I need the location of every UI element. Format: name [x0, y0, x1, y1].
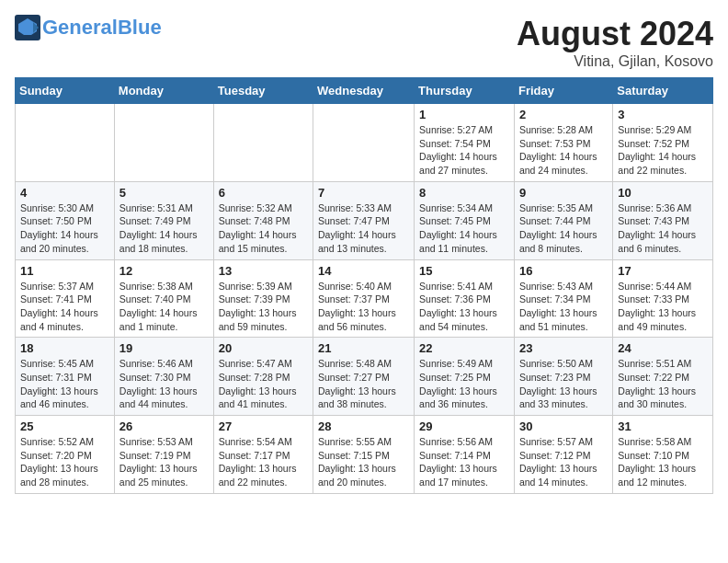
day-number: 28 — [318, 419, 409, 433]
day-number: 25 — [20, 419, 109, 433]
logo-general: General — [42, 16, 118, 39]
day-info: Sunrise: 5:33 AM Sunset: 7:47 PM Dayligh… — [318, 201, 409, 256]
calendar-row: 18Sunrise: 5:45 AM Sunset: 7:31 PM Dayli… — [16, 338, 713, 416]
table-row: 30Sunrise: 5:57 AM Sunset: 7:12 PM Dayli… — [514, 416, 612, 494]
title-block: August 2024 Vitina, Gjilan, Kosovo — [517, 15, 713, 70]
calendar-row: 25Sunrise: 5:52 AM Sunset: 7:20 PM Dayli… — [16, 416, 713, 494]
table-row: 18Sunrise: 5:45 AM Sunset: 7:31 PM Dayli… — [16, 338, 115, 416]
table-row: 11Sunrise: 5:37 AM Sunset: 7:41 PM Dayli… — [16, 259, 115, 338]
day-number: 8 — [419, 186, 509, 200]
day-info: Sunrise: 5:58 AM Sunset: 7:10 PM Dayligh… — [618, 435, 708, 489]
weekday-row: SundayMondayTuesdayWednesdayThursdayFrid… — [16, 78, 713, 104]
day-number: 29 — [419, 419, 509, 433]
day-info: Sunrise: 5:44 AM Sunset: 7:33 PM Dayligh… — [618, 280, 708, 334]
calendar-table: SundayMondayTuesdayWednesdayThursdayFrid… — [15, 77, 713, 494]
day-info: Sunrise: 5:51 AM Sunset: 7:22 PM Dayligh… — [618, 357, 708, 411]
table-row: 29Sunrise: 5:56 AM Sunset: 7:14 PM Dayli… — [415, 416, 515, 494]
day-info: Sunrise: 5:53 AM Sunset: 7:19 PM Dayligh… — [119, 435, 209, 489]
day-number: 12 — [119, 264, 209, 278]
day-info: Sunrise: 5:55 AM Sunset: 7:15 PM Dayligh… — [318, 435, 409, 489]
day-number: 14 — [318, 264, 409, 278]
table-row: 10Sunrise: 5:36 AM Sunset: 7:43 PM Dayli… — [613, 181, 713, 259]
table-row: 31Sunrise: 5:58 AM Sunset: 7:10 PM Dayli… — [613, 416, 713, 494]
table-row — [313, 104, 415, 182]
day-number: 2 — [519, 108, 608, 121]
day-info: Sunrise: 5:48 AM Sunset: 7:27 PM Dayligh… — [318, 357, 409, 411]
day-info: Sunrise: 5:32 AM Sunset: 7:48 PM Dayligh… — [219, 201, 308, 256]
day-info: Sunrise: 5:37 AM Sunset: 7:41 PM Dayligh… — [20, 280, 109, 334]
logo-text: GeneralBlue — [42, 17, 162, 38]
day-info: Sunrise: 5:28 AM Sunset: 7:53 PM Dayligh… — [519, 123, 608, 178]
day-number: 19 — [119, 341, 209, 355]
table-row: 24Sunrise: 5:51 AM Sunset: 7:22 PM Dayli… — [613, 338, 713, 416]
weekday-header: Saturday — [613, 78, 713, 104]
weekday-header: Monday — [114, 78, 213, 104]
day-info: Sunrise: 5:43 AM Sunset: 7:34 PM Dayligh… — [519, 280, 608, 334]
day-info: Sunrise: 5:54 AM Sunset: 7:17 PM Dayligh… — [219, 435, 308, 489]
day-number: 15 — [419, 264, 509, 278]
day-number: 16 — [519, 264, 608, 278]
day-info: Sunrise: 5:31 AM Sunset: 7:49 PM Dayligh… — [119, 201, 209, 256]
table-row: 16Sunrise: 5:43 AM Sunset: 7:34 PM Dayli… — [514, 259, 612, 338]
day-number: 20 — [219, 341, 308, 355]
day-number: 5 — [119, 186, 209, 200]
table-row: 1Sunrise: 5:27 AM Sunset: 7:54 PM Daylig… — [415, 104, 515, 182]
day-number: 4 — [20, 186, 109, 200]
day-number: 22 — [419, 341, 509, 355]
table-row: 4Sunrise: 5:30 AM Sunset: 7:50 PM Daylig… — [16, 181, 115, 259]
day-number: 7 — [318, 186, 409, 200]
table-row: 12Sunrise: 5:38 AM Sunset: 7:40 PM Dayli… — [114, 259, 213, 338]
month-year: August 2024 — [517, 15, 713, 53]
weekday-header: Friday — [514, 78, 612, 104]
table-row: 13Sunrise: 5:39 AM Sunset: 7:39 PM Dayli… — [213, 259, 313, 338]
weekday-header: Thursday — [415, 78, 515, 104]
table-row: 15Sunrise: 5:41 AM Sunset: 7:36 PM Dayli… — [415, 259, 515, 338]
table-row: 2Sunrise: 5:28 AM Sunset: 7:53 PM Daylig… — [514, 104, 612, 182]
day-number: 18 — [20, 341, 109, 355]
day-number: 17 — [618, 264, 708, 278]
table-row — [114, 104, 213, 182]
table-row: 27Sunrise: 5:54 AM Sunset: 7:17 PM Dayli… — [213, 416, 313, 494]
day-number: 21 — [318, 341, 409, 355]
table-row: 5Sunrise: 5:31 AM Sunset: 7:49 PM Daylig… — [114, 181, 213, 259]
day-number: 3 — [618, 108, 708, 121]
page-header: GeneralBlue August 2024 Vitina, Gjilan, … — [15, 15, 713, 70]
table-row: 21Sunrise: 5:48 AM Sunset: 7:27 PM Dayli… — [313, 338, 415, 416]
table-row: 6Sunrise: 5:32 AM Sunset: 7:48 PM Daylig… — [213, 181, 313, 259]
day-info: Sunrise: 5:40 AM Sunset: 7:37 PM Dayligh… — [318, 280, 409, 334]
day-info: Sunrise: 5:47 AM Sunset: 7:28 PM Dayligh… — [219, 357, 308, 411]
day-number: 23 — [519, 341, 608, 355]
day-info: Sunrise: 5:38 AM Sunset: 7:40 PM Dayligh… — [119, 280, 209, 334]
table-row: 25Sunrise: 5:52 AM Sunset: 7:20 PM Dayli… — [16, 416, 115, 494]
day-number: 1 — [419, 108, 509, 121]
day-info: Sunrise: 5:45 AM Sunset: 7:31 PM Dayligh… — [20, 357, 109, 411]
day-info: Sunrise: 5:30 AM Sunset: 7:50 PM Dayligh… — [20, 201, 109, 256]
day-number: 26 — [119, 419, 209, 433]
table-row: 17Sunrise: 5:44 AM Sunset: 7:33 PM Dayli… — [613, 259, 713, 338]
day-number: 31 — [618, 419, 708, 433]
table-row: 28Sunrise: 5:55 AM Sunset: 7:15 PM Dayli… — [313, 416, 415, 494]
calendar-row: 4Sunrise: 5:30 AM Sunset: 7:50 PM Daylig… — [16, 181, 713, 259]
day-info: Sunrise: 5:27 AM Sunset: 7:54 PM Dayligh… — [419, 123, 509, 178]
table-row: 7Sunrise: 5:33 AM Sunset: 7:47 PM Daylig… — [313, 181, 415, 259]
day-number: 11 — [20, 264, 109, 278]
weekday-header: Tuesday — [213, 78, 313, 104]
day-info: Sunrise: 5:50 AM Sunset: 7:23 PM Dayligh… — [519, 357, 608, 411]
day-info: Sunrise: 5:39 AM Sunset: 7:39 PM Dayligh… — [219, 280, 308, 334]
day-info: Sunrise: 5:56 AM Sunset: 7:14 PM Dayligh… — [419, 435, 509, 489]
calendar-row: 11Sunrise: 5:37 AM Sunset: 7:41 PM Dayli… — [16, 259, 713, 338]
logo: GeneralBlue — [15, 15, 162, 40]
day-info: Sunrise: 5:34 AM Sunset: 7:45 PM Dayligh… — [419, 201, 509, 256]
day-number: 13 — [219, 264, 308, 278]
day-info: Sunrise: 5:35 AM Sunset: 7:44 PM Dayligh… — [519, 201, 608, 256]
day-number: 30 — [519, 419, 608, 433]
weekday-header: Sunday — [16, 78, 115, 104]
day-number: 6 — [219, 186, 308, 200]
table-row: 19Sunrise: 5:46 AM Sunset: 7:30 PM Dayli… — [114, 338, 213, 416]
table-row: 14Sunrise: 5:40 AM Sunset: 7:37 PM Dayli… — [313, 259, 415, 338]
day-info: Sunrise: 5:41 AM Sunset: 7:36 PM Dayligh… — [419, 280, 509, 334]
table-row: 9Sunrise: 5:35 AM Sunset: 7:44 PM Daylig… — [514, 181, 612, 259]
calendar-body: 1Sunrise: 5:27 AM Sunset: 7:54 PM Daylig… — [16, 104, 713, 494]
logo-icon — [15, 15, 40, 40]
day-info: Sunrise: 5:46 AM Sunset: 7:30 PM Dayligh… — [119, 357, 209, 411]
